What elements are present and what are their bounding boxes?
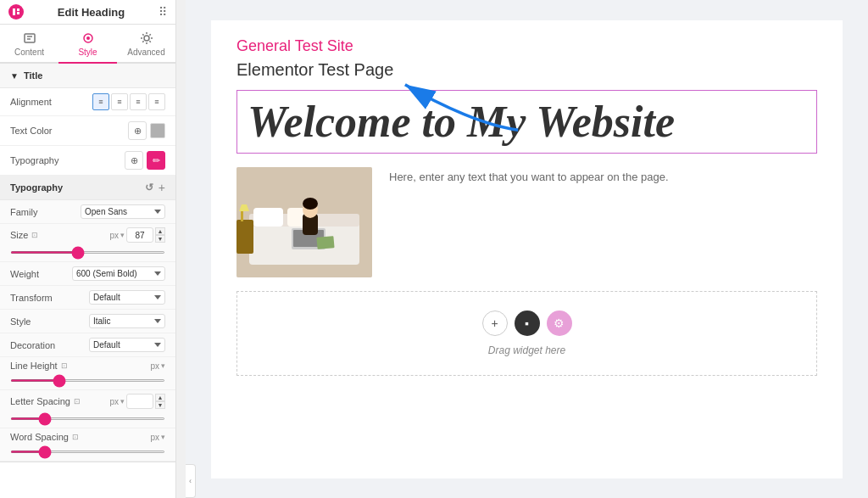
font-weight-label: Weight	[10, 269, 61, 279]
ls-responsive-icon: ⊡	[74, 397, 81, 406]
text-decoration-control: Default Underline None	[89, 338, 165, 352]
svg-rect-0	[13, 8, 15, 15]
letter-spacing-input[interactable]	[126, 394, 153, 409]
ws-unit-arrow[interactable]: ▾	[161, 433, 165, 441]
text-decoration-label: Decoration	[10, 340, 61, 350]
align-right-button[interactable]: ≡	[130, 93, 147, 110]
size-unit-arrow[interactable]: ▾	[120, 231, 125, 239]
text-color-row: Text Color ⊕	[0, 116, 175, 146]
line-height-label: Line Height ⊡	[10, 361, 68, 371]
settings-icon[interactable]: ⚙	[547, 311, 572, 336]
typography-row: Typography ⊕ ✏	[0, 146, 175, 176]
font-weight-row: Weight 600 (Semi Bold) 400 (Regular) 700…	[0, 262, 175, 286]
word-spacing-value-wrap: px ▾	[150, 433, 165, 442]
sidebar: Edit Heading ⠿ Content Style Advanced ▼ …	[0, 0, 176, 498]
line-height-slider[interactable]	[10, 379, 165, 382]
letter-spacing-label: Letter Spacing ⊡	[10, 396, 81, 406]
size-responsive-icon: ⊡	[31, 231, 38, 239]
panel-title: Edit Heading	[58, 6, 125, 19]
svg-rect-12	[253, 208, 283, 227]
font-style-label: Style	[10, 316, 61, 327]
font-style-select[interactable]: Italic Normal Oblique	[89, 314, 165, 328]
image-svg	[236, 167, 372, 277]
body-text: Here, enter any text that you want to ap…	[389, 167, 669, 277]
lh-unit-arrow[interactable]: ▾	[161, 361, 165, 370]
svg-rect-2	[17, 12, 19, 14]
folder-icon[interactable]: ▪	[515, 311, 540, 336]
font-weight-select[interactable]: 600 (Semi Bold) 400 (Regular) 700 (Bold)	[72, 266, 165, 281]
font-size-spinner: ▲ ▼	[155, 227, 165, 243]
text-color-controls: ⊕	[128, 121, 165, 140]
image-widget[interactable]	[236, 167, 372, 277]
drop-icons: + ▪ ⚙	[482, 311, 572, 336]
line-height-row: Line Height ⊡ px ▾	[0, 357, 175, 390]
svg-point-8	[144, 36, 149, 41]
font-family-select[interactable]: Open Sans Roboto Arial	[81, 204, 165, 219]
svg-rect-19	[236, 220, 253, 254]
svg-rect-3	[25, 34, 35, 42]
page-name: Elementor Test Page	[236, 60, 817, 80]
font-size-input[interactable]	[126, 227, 153, 243]
font-family-row: Family Open Sans Roboto Arial	[0, 200, 175, 224]
font-size-slider[interactable]	[10, 251, 165, 254]
ls-unit-arrow[interactable]: ▾	[120, 397, 125, 406]
text-transform-control: Default Uppercase Lowercase	[89, 290, 165, 305]
elementor-logo	[8, 4, 24, 20]
letter-spacing-slider[interactable]	[10, 417, 165, 420]
letter-spacing-value-wrap: px ▾ ▲ ▼	[109, 394, 165, 409]
svg-point-7	[86, 36, 90, 40]
alignment-controls: ≡ ≡ ≡ ≡	[92, 93, 165, 110]
site-name: General Test Site	[236, 37, 817, 55]
font-size-up[interactable]: ▲	[155, 227, 165, 235]
sidebar-collapse-handle[interactable]: ‹	[186, 464, 196, 498]
typography-controls: ⊕ ✏	[125, 151, 165, 170]
font-size-label: Size ⊡	[10, 230, 38, 240]
grid-icon[interactable]: ⠿	[159, 5, 167, 19]
word-spacing-label: Word Spacing ⊡	[10, 432, 79, 442]
word-spacing-slider[interactable]	[10, 450, 165, 453]
font-family-label: Family	[10, 207, 61, 217]
align-center-button[interactable]: ≡	[111, 93, 128, 110]
canvas: General Test Site Elementor Test Page We…	[211, 20, 843, 478]
font-size-down[interactable]: ▼	[155, 235, 165, 243]
typography-edit-button[interactable]: ✏	[147, 151, 165, 170]
tab-advanced[interactable]: Advanced	[117, 25, 175, 64]
section-title: ▼ Title	[0, 64, 175, 88]
tab-bar: Content Style Advanced	[0, 25, 175, 64]
typography-header-icons: ↺ +	[145, 181, 165, 194]
text-decoration-row: Decoration Default Underline None	[0, 333, 175, 357]
svg-point-18	[303, 198, 318, 210]
text-decoration-select[interactable]: Default Underline None	[89, 338, 165, 352]
text-transform-row: Transform Default Uppercase Lowercase	[0, 286, 175, 310]
typography-label: Typography	[10, 155, 58, 165]
typography-add-icon[interactable]: +	[159, 181, 165, 194]
typography-global-button[interactable]: ⊕	[125, 151, 143, 170]
ls-up[interactable]: ▲	[155, 394, 165, 401]
alignment-label: Alignment	[10, 97, 52, 107]
svg-rect-20	[241, 211, 243, 221]
font-style-row: Style Italic Normal Oblique	[0, 310, 175, 333]
text-transform-select[interactable]: Default Uppercase Lowercase	[89, 290, 165, 305]
tab-style[interactable]: Style	[58, 25, 117, 64]
heading-block[interactable]: Welcome to My Website	[236, 90, 817, 154]
text-color-label: Text Color	[10, 126, 53, 136]
svg-rect-22	[316, 236, 334, 249]
tab-content[interactable]: Content	[0, 25, 58, 64]
align-left-button[interactable]: ≡	[92, 93, 109, 110]
drop-zone[interactable]: + ▪ ⚙ Drag widget here	[236, 291, 817, 376]
typography-panel: Typography ↺ + Family Open Sans Roboto A…	[0, 176, 175, 462]
typography-refresh-icon[interactable]: ↺	[145, 182, 153, 193]
add-widget-icon[interactable]: +	[482, 311, 508, 336]
section-arrow[interactable]: ▼	[10, 71, 19, 81]
ls-down[interactable]: ▼	[155, 401, 165, 409]
text-color-global-button[interactable]: ⊕	[128, 121, 147, 140]
main-canvas-area: General Test Site Elementor Test Page We…	[186, 0, 868, 498]
text-color-swatch[interactable]	[150, 123, 165, 138]
font-weight-control: 600 (Semi Bold) 400 (Regular) 700 (Bold)	[72, 266, 165, 281]
drop-text: Drag widget here	[488, 344, 565, 356]
font-size-value-wrap: px ▾ ▲ ▼	[109, 227, 165, 243]
align-justify-button[interactable]: ≡	[148, 93, 165, 110]
alignment-row: Alignment ≡ ≡ ≡ ≡	[0, 88, 175, 116]
line-height-value-wrap: px ▾	[150, 361, 165, 371]
letter-spacing-spinner: ▲ ▼	[155, 394, 165, 409]
